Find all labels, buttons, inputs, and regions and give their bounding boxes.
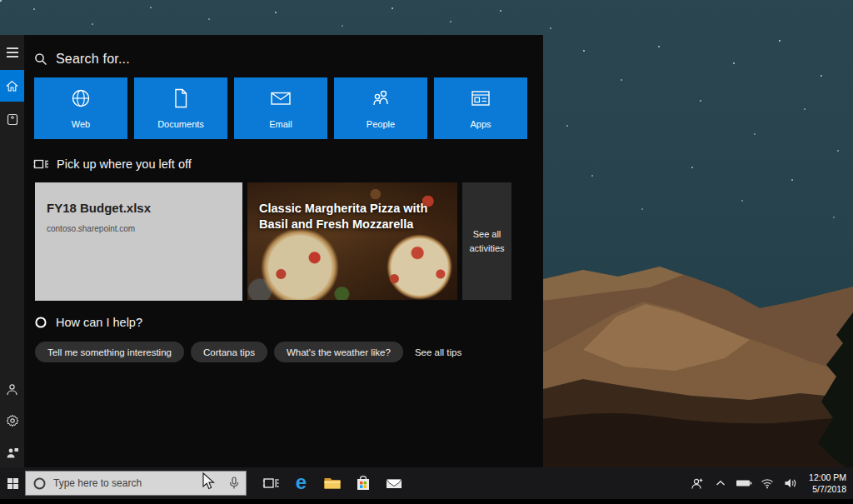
see-all-tips-link[interactable]: See all tips [415,347,461,357]
windows-logo-icon [7,478,18,489]
taskbar-search-input[interactable] [53,477,222,489]
chevron-up-icon [716,480,726,487]
notebook-icon [7,113,18,126]
globe-icon [70,87,92,112]
start-button[interactable] [0,467,25,499]
battery-button[interactable] [734,467,754,499]
search-category-tiles: Web Documents Email [34,77,527,139]
system-tray: 12:00 PM 5/7/2018 [687,467,853,499]
document-card-source: contoso.sharepoint.com [47,224,135,233]
document-card-title: FY18 Budget.xlsx [47,201,151,215]
apps-window-icon [469,87,492,112]
letterbox-strip [0,499,853,504]
notebook-button[interactable] [0,107,24,132]
mail-icon [385,476,403,491]
pickup-heading: Pick up where you left off [57,157,192,171]
see-all-activities-label: See all activities [467,227,507,255]
chip-weather[interactable]: What's the weather like? [274,342,403,362]
user-icon [6,383,18,397]
tile-label: Documents [157,119,204,129]
cortana-ring-icon [32,477,47,491]
taskbar-search-box[interactable] [25,471,247,496]
user-button[interactable] [0,377,24,402]
activity-cards: FY18 Budget.xlsx contoso.sharepoint.com … [35,182,511,301]
taskbar-app-icons: e [255,467,409,499]
cortana-ring-icon [34,316,47,329]
taskbar: e [0,467,853,499]
people-icon [369,87,392,112]
search-icon [34,52,47,66]
tray-time: 12:00 PM [809,472,846,483]
timeline-icon [33,157,48,171]
tile-web[interactable]: Web [34,77,127,139]
tile-apps[interactable]: Apps [434,77,527,139]
volume-button[interactable] [781,467,801,499]
tile-label: Email [269,119,292,129]
search-for-header: Search for... [34,52,130,67]
document-icon [170,87,192,112]
clock[interactable]: 12:00 PM 5/7/2018 [804,472,846,495]
menu-button[interactable] [0,40,24,65]
panel-sidebar [0,35,24,467]
activity-card-document[interactable]: FY18 Budget.xlsx contoso.sharepoint.com [35,182,242,301]
people-tray-icon [691,477,705,490]
menu-icon [7,47,18,57]
tile-label: Web [72,119,90,129]
tile-label: Apps [470,119,491,129]
battery-icon [736,478,752,488]
chip-cortana-tips[interactable]: Cortana tips [191,342,267,362]
help-heading: How can I help? [56,316,142,329]
see-all-activities-button[interactable]: See all activities [462,182,511,300]
show-hidden-icons-button[interactable] [711,467,731,499]
settings-icon [6,414,19,427]
tile-people[interactable]: People [334,77,427,139]
people-tray-button[interactable] [687,467,707,499]
desktop-screen: Search for... Web [0,0,853,504]
mail-button[interactable] [378,467,409,499]
cortana-search-panel: Search for... Web [0,35,543,467]
file-explorer-icon [323,476,342,491]
edge-icon: e [296,472,307,492]
volume-icon [784,477,797,489]
tray-date: 5/7/2018 [809,483,846,495]
home-button[interactable] [0,70,24,102]
tile-documents[interactable]: Documents [134,77,227,139]
microphone-icon[interactable] [229,477,239,490]
home-icon [6,80,18,92]
search-for-title: Search for... [56,52,130,67]
settings-button[interactable] [0,408,24,433]
recipe-card-title: Classic Margherita Pizza with Basil and … [259,201,452,232]
feedback-button[interactable] [0,440,24,465]
activity-card-recipe[interactable]: Classic Margherita Pizza with Basil and … [247,182,457,300]
tile-label: People [367,119,395,129]
file-explorer-button[interactable] [317,467,347,499]
task-view-icon [262,476,279,491]
task-view-button[interactable] [255,467,286,499]
edge-button[interactable]: e [286,467,317,499]
chip-tell-me-something[interactable]: Tell me something interesting [35,342,184,362]
help-header: How can I help? [34,316,142,329]
feedback-icon [6,447,19,459]
store-icon [355,475,372,492]
wifi-icon [761,478,774,489]
tile-email[interactable]: Email [234,77,327,139]
network-button[interactable] [757,467,777,499]
envelope-icon [269,87,292,112]
suggestion-chips: Tell me something interesting Cortana ti… [35,342,461,362]
store-button[interactable] [347,467,378,499]
pickup-header: Pick up where you left off [33,157,192,171]
